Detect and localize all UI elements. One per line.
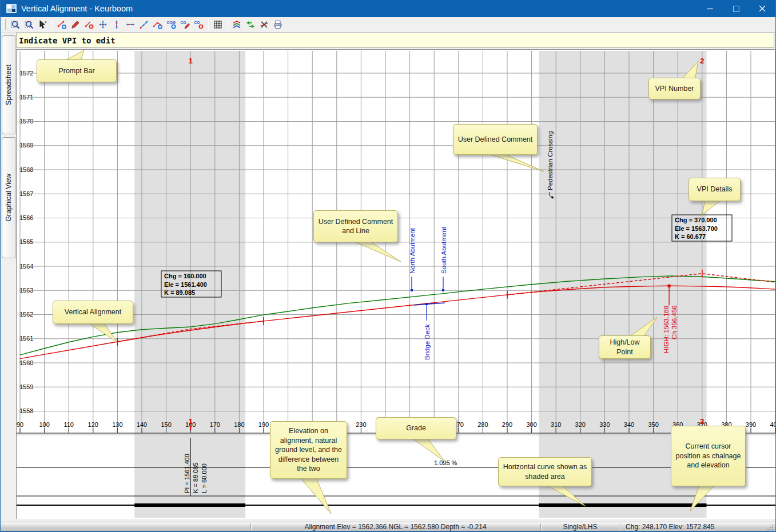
svg-text:x: x [45, 20, 47, 24]
x-axis-label: 330 [599, 421, 610, 428]
crosshair-button[interactable] [257, 18, 271, 31]
profile-chart: 1558155915601561156215631564156515661567… [17, 50, 776, 519]
callout-grade: Grade [376, 417, 456, 439]
crosshair-icon [259, 19, 269, 30]
svg-text:CO: CO [194, 21, 200, 25]
resize-grip[interactable] [767, 524, 774, 531]
x-axis-label: 300 [526, 421, 536, 428]
flip-view-icon [245, 19, 256, 30]
vpi-details-line: K = 60.677 [675, 233, 706, 240]
tab-spreadsheet[interactable]: Spreadsheet [2, 35, 15, 134]
close-button[interactable] [749, 0, 775, 17]
edit-vpi-button[interactable] [69, 18, 82, 31]
x-axis-label: 90 [17, 421, 23, 428]
move-vpi-vertical-button[interactable] [110, 18, 124, 31]
select-vpi-button[interactable]: x [36, 18, 50, 31]
x-axis-label: 180 [234, 421, 244, 428]
pedestrian-crossing-label: Pedestrian Crossing [547, 131, 554, 190]
zoom-extents-icon [10, 19, 21, 30]
add-comment-icon: COM [166, 19, 177, 30]
x-axis-label: 350 [648, 421, 658, 428]
toolbar-grip[interactable] [3, 19, 6, 30]
callout-user-defined-comment-line: User Defined Comment and Line [313, 210, 398, 242]
zoom-window-icon [24, 19, 34, 30]
callout-cursor-position: Current cursor position as chainage and … [671, 426, 746, 486]
callout-user-defined-comment: User Defined Comment [453, 124, 538, 155]
callout-horizontal-curve: Horizontal curve shown as shaded area [498, 457, 592, 486]
x-axis-label: 320 [575, 421, 586, 428]
minimize-button[interactable] [697, 0, 723, 17]
north-abutment-label: North Abutment [409, 227, 416, 274]
toolbar-separator [52, 19, 53, 30]
tab-graphical-view[interactable]: Graphical View [2, 137, 15, 258]
x-axis-label: 150 [161, 421, 171, 428]
vpi-details-line: Ele = 1561.400 [164, 281, 207, 288]
maximize-button[interactable] [723, 0, 749, 17]
vpi-number-top: 2 [700, 57, 705, 65]
vpi-details-line: K = 89.085 [164, 289, 195, 296]
x-axis-label: 230 [356, 421, 366, 428]
move-vpi-vertical-icon [112, 19, 122, 30]
svg-text:CO: CO [181, 21, 186, 25]
select-vpi-icon: x [38, 19, 48, 30]
window-title: Vertical Alignment - Keurboom [21, 4, 133, 13]
x-axis-label: 390 [746, 421, 756, 428]
add-vpi-button[interactable] [55, 18, 69, 31]
delete-vpi-button[interactable] [82, 18, 96, 31]
maximize-icon [733, 6, 739, 12]
callout-vpi-details: VPI Details [689, 178, 741, 201]
edit-vpi-icon [70, 19, 81, 30]
status-cursor-position: Chg: 248.170 Elev: 1572.845 [620, 522, 757, 531]
tab-graphical-view-label: Graphical View [5, 174, 13, 222]
alignment-profile-canvas[interactable]: 1558155915601561156215631564156515661567… [16, 49, 775, 519]
bridge-deck-label: Bridge Deck [424, 324, 431, 360]
move-vpi-horizontal-icon [125, 19, 136, 30]
x-axis-label: 120 [88, 421, 98, 428]
add-comment-button[interactable]: COM [165, 18, 178, 31]
move-vpi-icon [98, 19, 108, 30]
high-point-marker [668, 285, 671, 287]
move-vpi-along-icon [139, 19, 149, 30]
status-bar: Alignment Elev = 1562.366 NGL = 1562.580… [1, 522, 775, 532]
toolbar-separator [227, 19, 228, 30]
callout-elevation-info: Elevation on alignment, natural ground l… [270, 421, 347, 479]
show-layers-icon [232, 19, 242, 30]
prompt-text: Indicate VPI to edit [19, 36, 116, 45]
close-icon [759, 5, 766, 12]
tab-spreadsheet-label: Spreadsheet [5, 65, 13, 105]
print-icon [273, 19, 283, 30]
move-vpi-along-button[interactable] [137, 18, 151, 31]
zoom-window-button[interactable] [22, 18, 36, 31]
x-axis-label: 130 [112, 421, 122, 428]
edit-comment-button[interactable]: CO [178, 18, 192, 31]
x-axis-label: 190 [258, 421, 269, 428]
delete-comment-icon: CO [194, 19, 204, 30]
callout-high-low-point: High/Low Point [599, 335, 651, 359]
x-axis-label: 400 [770, 421, 776, 428]
callout-vpi-number: VPI Number [648, 78, 701, 99]
status-elevation-info: Alignment Elev = 1562.366 NGL = 1562.580… [250, 522, 540, 531]
vpi-row-label: L = 60.000 [201, 463, 208, 493]
add-point-button[interactable] [151, 18, 165, 31]
callout-vertical-alignment: Vertical Alignment [53, 301, 133, 324]
zoom-extents-button[interactable] [9, 18, 22, 31]
high-point-elevation-label: HIGH: 1563.188 [663, 306, 670, 353]
svg-text:COM: COM [167, 21, 176, 25]
title-bar: Vertical Alignment - Keurboom [1, 0, 775, 17]
status-view-mode: Single/LHS [540, 522, 620, 531]
x-axis-label: 310 [551, 421, 561, 428]
move-vpi-button[interactable] [96, 18, 110, 31]
x-axis-label: 280 [477, 421, 488, 428]
vpi-number-bottom: 1 [188, 417, 193, 426]
vpi-row-label: PI = 1561.400 [184, 454, 190, 493]
x-axis-label: 140 [137, 421, 147, 428]
grid-toggle-icon [213, 19, 223, 30]
grid-toggle-button[interactable] [211, 18, 225, 31]
delete-comment-button[interactable]: CO [192, 18, 206, 31]
move-vpi-horizontal-button[interactable] [124, 18, 137, 31]
toolbar-separator [208, 19, 209, 30]
x-axis-label: 340 [624, 421, 634, 428]
flip-view-button[interactable] [244, 18, 257, 31]
print-button[interactable] [271, 18, 285, 31]
show-layers-button[interactable] [230, 18, 244, 31]
